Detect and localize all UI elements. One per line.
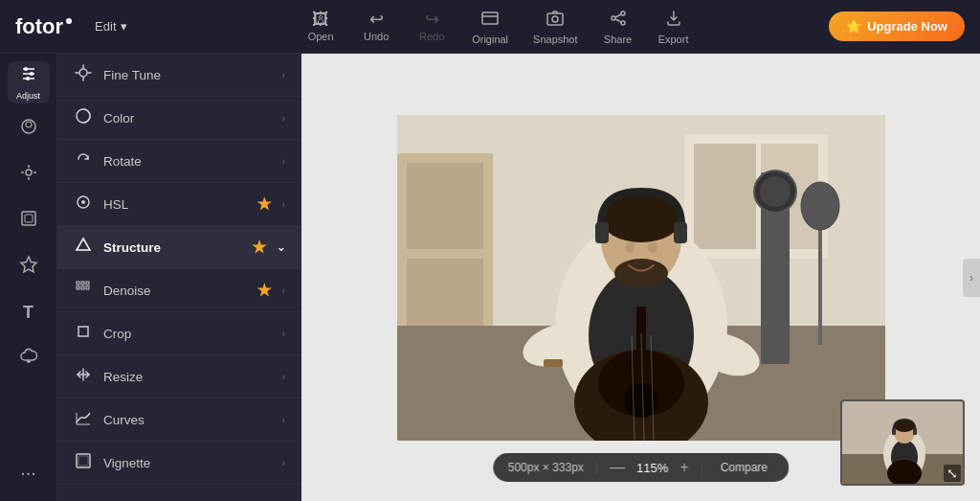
sidebar-item-curves[interactable]: Curves ›: [57, 399, 301, 442]
edit-menu[interactable]: Edit ▾: [95, 19, 126, 34]
vignette-label: Vignette: [103, 456, 272, 470]
svg-rect-74: [544, 359, 563, 367]
canvas-size: 500px × 333px: [508, 461, 584, 474]
toolbar-original[interactable]: Original: [462, 5, 518, 49]
svg-point-16: [26, 170, 32, 175]
curves-icon: [73, 409, 94, 430]
compare-button[interactable]: Compare: [715, 459, 773, 476]
topbar: fotor Edit ▾ 🖼 Open ↩ Undo ↪ Redo Origin…: [0, 0, 980, 54]
sidebar: Fine Tune › Color › Rotate › HSL ›: [57, 54, 301, 501]
redo-icon: ↪: [425, 11, 439, 28]
svg-rect-41: [78, 456, 88, 466]
edit-label: Edit: [95, 19, 116, 34]
crop-chevron: ›: [281, 328, 285, 339]
divider-1: |: [595, 461, 598, 474]
rail-adjust[interactable]: Adjust: [8, 61, 50, 103]
svg-point-13: [26, 77, 30, 80]
photo-svg: [397, 115, 885, 441]
svg-point-73: [648, 241, 657, 253]
rail-cloud[interactable]: [8, 337, 50, 379]
svg-point-53: [760, 176, 791, 207]
rail-text[interactable]: T: [8, 291, 50, 333]
rotate-icon: [73, 150, 94, 171]
sidebar-item-crop[interactable]: Crop ›: [57, 312, 301, 355]
toolbar-export[interactable]: Export: [649, 5, 699, 49]
svg-rect-33: [86, 282, 89, 285]
toolbar-snapshot[interactable]: Snapshot: [523, 5, 587, 49]
icon-rail: Adjust T: [0, 54, 57, 501]
denoise-chevron: ›: [281, 285, 285, 296]
svg-rect-32: [81, 282, 84, 285]
snapshot-icon: [546, 9, 565, 31]
svg-point-11: [24, 67, 28, 71]
structure-icon: [73, 237, 94, 258]
rail-effects[interactable]: [8, 153, 50, 195]
resize-label: Resize: [103, 370, 272, 384]
sidebar-item-rotate[interactable]: Rotate ›: [57, 140, 301, 183]
svg-rect-0: [482, 12, 498, 24]
original-icon: [480, 9, 500, 31]
toolbar: 🖼 Open ↩ Undo ↪ Redo Original Snapshot: [166, 5, 830, 49]
structure-premium-badge: [252, 239, 267, 255]
svg-point-5: [621, 21, 625, 25]
sidebar-item-color[interactable]: Color ›: [57, 97, 301, 140]
open-icon: 🖼: [312, 11, 329, 28]
svg-rect-35: [81, 286, 84, 289]
curves-chevron: ›: [281, 414, 285, 425]
svg-marker-23: [21, 257, 36, 272]
toolbar-redo[interactable]: ↪ Redo: [407, 7, 457, 46]
crop-label: Crop: [103, 327, 272, 341]
rail-sticker[interactable]: [8, 245, 50, 287]
share-icon: [609, 9, 628, 31]
hsl-label: HSL: [103, 197, 247, 212]
side-panel-handle[interactable]: ›: [963, 259, 980, 297]
sidebar-item-denoise[interactable]: Denoise ›: [57, 269, 301, 312]
color-chevron: ›: [281, 112, 285, 124]
original-label: Original: [472, 34, 508, 45]
upgrade-button[interactable]: ⭐ Upgrade Now: [829, 11, 965, 41]
svg-point-72: [625, 241, 635, 253]
redo-label: Redo: [419, 31, 444, 42]
svg-marker-30: [77, 239, 90, 250]
svg-rect-70: [595, 222, 609, 243]
resize-chevron: ›: [281, 371, 285, 382]
upgrade-label: Upgrade Now: [867, 19, 947, 34]
sidebar-item-resize[interactable]: Resize ›: [57, 355, 301, 399]
svg-point-81: [887, 460, 922, 486]
sidebar-item-fine-tune[interactable]: Fine Tune ›: [57, 54, 301, 97]
sidebar-item-hsl[interactable]: HSL ›: [57, 183, 301, 226]
hsl-icon: [73, 194, 94, 215]
svg-line-7: [615, 19, 621, 22]
svg-rect-48: [407, 163, 483, 249]
toolbar-open[interactable]: 🖼 Open: [296, 7, 345, 46]
svg-rect-49: [407, 259, 483, 335]
resize-icon: [73, 366, 94, 387]
rail-frame[interactable]: [8, 199, 50, 241]
sidebar-item-vignette[interactable]: Vignette ›: [57, 442, 301, 485]
svg-rect-1: [547, 13, 563, 25]
svg-point-4: [621, 11, 625, 15]
fine-tune-icon: [73, 64, 94, 85]
divider-2: |: [701, 461, 703, 474]
app-logo: fotor: [15, 14, 72, 39]
svg-rect-82: [892, 428, 896, 435]
svg-point-2: [552, 16, 558, 22]
denoise-icon: [73, 280, 94, 301]
curves-label: Curves: [103, 413, 272, 427]
thumbnail-overlay: ⤡: [840, 399, 965, 486]
crop-icon: [73, 323, 94, 344]
zoom-in-button[interactable]: +: [679, 460, 688, 475]
fine-tune-label: Fine Tune: [103, 68, 272, 82]
rail-more[interactable]: ···: [8, 451, 50, 493]
svg-rect-34: [77, 286, 79, 289]
rail-beauty[interactable]: [8, 107, 50, 149]
text-icon: T: [23, 303, 33, 323]
sidebar-item-structure[interactable]: Structure ⌄: [57, 226, 301, 269]
toolbar-undo[interactable]: ↩ Undo: [351, 7, 401, 46]
structure-label: Structure: [103, 240, 242, 255]
svg-point-29: [81, 200, 85, 204]
zoom-out-button[interactable]: —: [610, 460, 625, 475]
toolbar-share[interactable]: Share: [593, 5, 643, 49]
export-icon: [664, 9, 683, 31]
svg-rect-36: [86, 286, 89, 289]
